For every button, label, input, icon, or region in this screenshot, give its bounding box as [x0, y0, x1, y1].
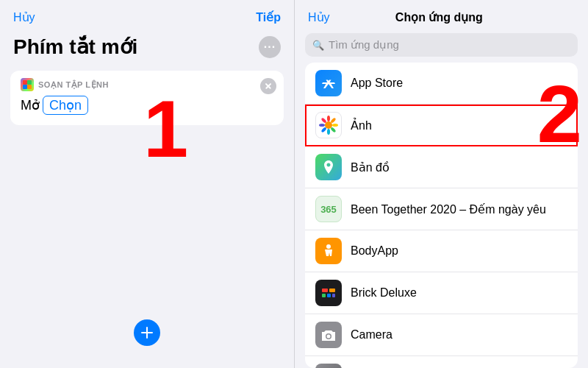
- svg-rect-3: [27, 85, 32, 89]
- app-list: App Store ẢnhBản đồ365Been Together 2020…: [305, 63, 578, 368]
- svg-rect-2: [23, 85, 27, 89]
- page-title: Phím tắt mới: [13, 35, 137, 59]
- more-icon: ···: [264, 40, 276, 54]
- script-icon: [21, 78, 34, 91]
- app-list-item[interactable]: Ảnh: [305, 105, 578, 146]
- right-panel-title: Chọn ứng dụng: [330, 10, 548, 24]
- more-button[interactable]: ···: [259, 36, 281, 58]
- svg-rect-0: [23, 80, 27, 85]
- svg-point-5: [327, 116, 330, 121]
- app-name: App Store: [351, 77, 403, 90]
- script-label-row: SOẠN TẬP LỆNH: [21, 78, 273, 91]
- svg-rect-17: [327, 294, 331, 297]
- svg-rect-1: [27, 80, 32, 85]
- script-section-label: SOẠN TẬP LỆNH: [38, 80, 109, 90]
- search-icon: 🔍: [312, 40, 324, 51]
- right-cancel-button[interactable]: Hủy: [308, 10, 330, 24]
- svg-point-4: [325, 121, 332, 129]
- left-next-button[interactable]: Tiếp: [256, 10, 281, 24]
- left-header: Hủy Tiếp: [0, 0, 294, 30]
- svg-rect-16: [322, 294, 326, 297]
- close-script-button[interactable]: [260, 78, 276, 94]
- right-panel: Hủy Chọn ứng dụng 🔍 Tìm ứng dụng App Sto…: [294, 0, 588, 368]
- svg-point-11: [319, 124, 325, 127]
- app-list-item[interactable]: 365Been Together 2020 – Đếm ngày yêu: [305, 188, 578, 230]
- app-list-item[interactable]: Brick Deluxe: [305, 272, 578, 314]
- svg-point-9: [327, 129, 330, 135]
- app-name: Bản đồ: [351, 160, 390, 174]
- script-actions: Mở Chọn: [21, 96, 273, 115]
- app-name: Been Together 2020 – Đếm ngày yêu: [351, 202, 546, 216]
- add-action-button[interactable]: [134, 319, 160, 346]
- app-name: Brick Deluxe: [351, 286, 417, 300]
- left-cancel-button[interactable]: Hủy: [13, 10, 35, 24]
- app-list-item[interactable]: BodyApp: [305, 230, 578, 272]
- app-list-item[interactable]: Camera: [305, 314, 578, 356]
- app-list-item[interactable]: Bản đồ: [305, 146, 578, 188]
- script-card: SOẠN TẬP LỆNH Mở Chọn: [10, 71, 284, 125]
- app-list-item[interactable]: App Store: [305, 63, 578, 105]
- svg-rect-18: [332, 294, 335, 297]
- action-mo: Mở: [21, 97, 40, 113]
- app-list-item[interactable]: Cài đặt: [305, 356, 578, 368]
- app-name: Ảnh: [351, 118, 372, 132]
- svg-rect-14: [322, 289, 328, 292]
- search-placeholder-text: Tìm ứng dụng: [329, 38, 399, 52]
- app-name: Camera: [351, 328, 392, 342]
- action-chon[interactable]: Chọn: [43, 96, 88, 115]
- left-panel: Hủy Tiếp Phím tắt mới ··· SOẠN TẬP LỆNH …: [0, 0, 294, 368]
- right-header: Hủy Chọn ứng dụng: [295, 0, 588, 30]
- svg-point-7: [332, 124, 338, 127]
- app-name: BodyApp: [351, 244, 398, 258]
- left-title-row: Phím tắt mới ···: [0, 30, 294, 71]
- svg-point-13: [326, 244, 331, 249]
- search-bar[interactable]: 🔍 Tìm ứng dụng: [305, 33, 578, 57]
- svg-rect-15: [329, 289, 335, 292]
